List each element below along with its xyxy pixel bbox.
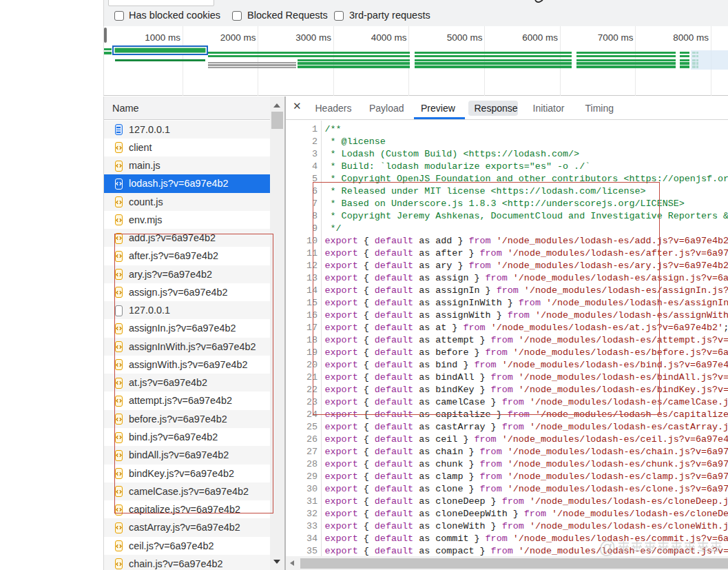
svg-text:@: @ — [599, 538, 616, 557]
